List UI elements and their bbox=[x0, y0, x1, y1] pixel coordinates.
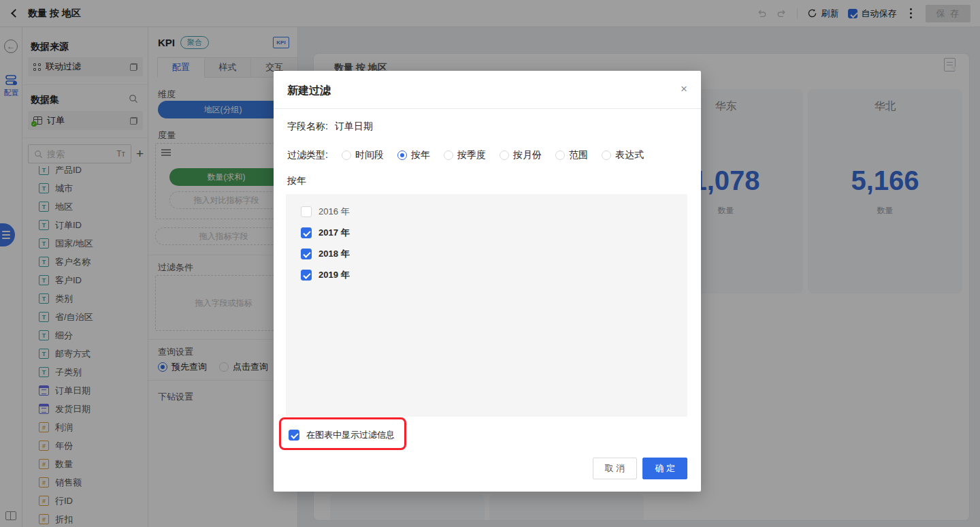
field-name-value: 订单日期 bbox=[335, 121, 373, 131]
year-list: 2016 年 2017 年 2018 年 2019 年 bbox=[286, 194, 687, 417]
show-filter-info-row[interactable]: 在图表中显示过滤信息 bbox=[289, 429, 395, 441]
filter-type-label: 过滤类型: bbox=[287, 149, 328, 161]
year-option-2017[interactable]: 2017 年 bbox=[286, 222, 687, 243]
checkbox-2018[interactable] bbox=[301, 249, 312, 259]
modal-title: 新建过滤 bbox=[287, 84, 331, 98]
radio-by-quarter[interactable]: 按季度 bbox=[444, 149, 486, 161]
show-filter-info-checkbox[interactable] bbox=[289, 430, 299, 441]
checkbox-2019[interactable] bbox=[301, 270, 312, 281]
radio-by-year[interactable]: 按年 bbox=[397, 149, 430, 161]
new-filter-modal: 新建过滤 × 字段名称:订单日期 过滤类型: 时间段 按年 按季度 按月份 范围… bbox=[274, 71, 701, 492]
year-option-2018[interactable]: 2018 年 bbox=[286, 243, 687, 264]
year-option-2016[interactable]: 2016 年 bbox=[286, 201, 687, 222]
confirm-button[interactable]: 确 定 bbox=[642, 458, 687, 479]
by-year-section-title: 按年 bbox=[287, 175, 306, 187]
radio-by-month[interactable]: 按月份 bbox=[500, 149, 542, 161]
cancel-button[interactable]: 取 消 bbox=[593, 458, 638, 479]
radio-range[interactable]: 范围 bbox=[555, 149, 588, 161]
app-root: 数量 按 地区 刷新 自动保存 保 存 ← bbox=[0, 0, 980, 527]
field-name-row: 字段名称:订单日期 bbox=[287, 121, 373, 133]
radio-time-range[interactable]: 时间段 bbox=[342, 149, 384, 161]
checkbox-2016[interactable] bbox=[301, 206, 312, 217]
filter-type-row: 过滤类型: 时间段 按年 按季度 按月份 范围 表达式 bbox=[287, 149, 644, 161]
modal-footer: 取 消 确 定 bbox=[593, 458, 687, 479]
modal-header: 新建过滤 × bbox=[274, 71, 701, 109]
year-option-2019[interactable]: 2019 年 bbox=[286, 264, 687, 285]
radio-expression[interactable]: 表达式 bbox=[602, 149, 644, 161]
checkbox-2017[interactable] bbox=[301, 227, 312, 238]
close-icon[interactable]: × bbox=[681, 82, 687, 96]
